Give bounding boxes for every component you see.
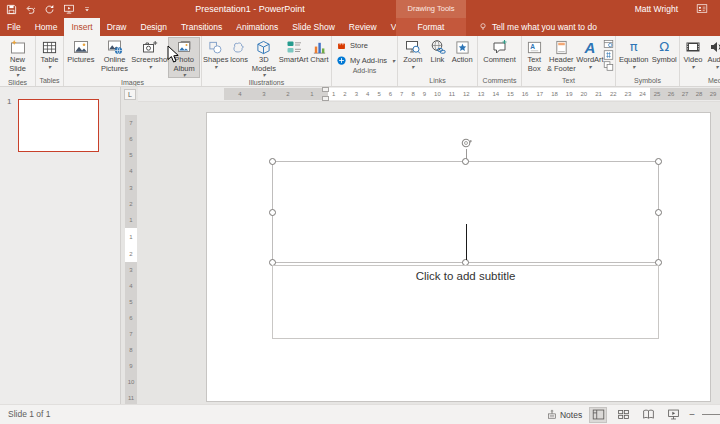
zoom-out-button[interactable]: − (689, 409, 695, 420)
horizontal-ruler[interactable]: 4321 12345678910111213141516171819202122… (138, 87, 720, 102)
ribbon-display-options-icon[interactable] (696, 3, 708, 14)
screenshot-icon (142, 39, 158, 55)
slide-thumbnail[interactable] (18, 99, 99, 152)
comment-icon (492, 39, 508, 55)
my-add-ins-button[interactable]: My Add-ins (336, 55, 393, 66)
lightbulb-icon (478, 21, 488, 33)
chart-button[interactable]: Chart (309, 37, 330, 78)
zoom-slider[interactable] (702, 414, 720, 415)
header-footer-button[interactable]: Header & Footer (546, 37, 577, 76)
ruler-number: 6 (129, 315, 132, 321)
shapes-button[interactable]: Shapes (203, 37, 228, 78)
tab-selector-button[interactable]: L (124, 89, 136, 100)
save-button[interactable] (6, 4, 17, 15)
customize-quick-access-toolbar-button[interactable] (83, 4, 91, 14)
pictures-button[interactable]: Pictures (65, 37, 97, 78)
title-bar: Presentation1 - PowerPoint Drawing Tools… (0, 0, 720, 18)
undo-button[interactable] (25, 4, 36, 15)
tab-animations[interactable]: Animations (229, 18, 285, 36)
ruler-number: 14 (492, 91, 499, 97)
slide-sorter-view-button[interactable] (614, 407, 632, 423)
insert-slide-number-button[interactable] (603, 50, 614, 60)
vertical-ruler[interactable]: 7654321 12 34567891011 (125, 115, 137, 406)
store-icon (336, 40, 347, 51)
comment-button[interactable]: Comment (479, 37, 520, 76)
insert-object-button[interactable] (603, 61, 614, 71)
ruler-number: 6 (389, 91, 392, 97)
tab-slide-show[interactable]: Slide Show (285, 18, 342, 36)
ruler-number: 4 (129, 168, 132, 174)
normal-view-button[interactable] (589, 407, 607, 423)
icons-button[interactable]: Icons (228, 37, 249, 78)
symbol-button[interactable]: Ω Symbol (650, 37, 678, 76)
wordart-button[interactable]: A WordArt (577, 37, 603, 76)
slide-show-view-button[interactable] (664, 407, 682, 423)
ribbon-group-media: Video Audio Media (680, 36, 720, 86)
store-button[interactable]: Store (336, 40, 393, 51)
ruler-number: 2 (343, 91, 346, 97)
ruler-right-margin: 2526272829 (650, 88, 720, 100)
ribbon-group-images: Pictures Online Pictures Screenshot Phot… (64, 36, 202, 86)
resize-handle-middle-left[interactable] (269, 209, 276, 216)
resize-handle-top-right[interactable] (655, 158, 662, 165)
notes-button[interactable]: Notes (547, 409, 582, 420)
pictures-icon (73, 39, 89, 55)
resize-handle-top-left[interactable] (269, 158, 276, 165)
audio-button[interactable]: Audio (705, 37, 720, 76)
editing-canvas: L 4321 123456789101112131415161718192021… (122, 87, 720, 404)
ruler-left-margin: 4321 (224, 88, 328, 100)
online-pictures-icon (107, 39, 123, 55)
ruler-bottom-margin: 34567891011 (125, 262, 137, 406)
zoom-button[interactable]: Zoom (399, 37, 427, 76)
tab-review[interactable]: Review (342, 18, 384, 36)
resize-handle-top-center[interactable] (462, 158, 469, 165)
equation-button[interactable]: π Equation (617, 37, 650, 76)
ruler-number: 11 (449, 91, 455, 97)
start-from-beginning-button[interactable] (63, 3, 75, 15)
resize-handle-middle-right[interactable] (655, 209, 662, 216)
rotation-handle[interactable] (460, 137, 472, 149)
smartart-button[interactable]: SmartArt (278, 37, 309, 78)
slide-canvas[interactable]: Click to add subtitle (206, 112, 711, 402)
ruler-body: 123456789101112131415161718192021222324 (328, 88, 650, 100)
ruler-number: 9 (423, 91, 426, 97)
insert-date-time-button[interactable] (603, 39, 614, 49)
3d-models-button[interactable]: 3D Models (250, 37, 279, 78)
tell-me-box[interactable]: Tell me what you want to do (478, 18, 597, 36)
tab-draw[interactable]: Draw (100, 18, 134, 36)
video-button[interactable]: Video (681, 37, 705, 76)
text-box-button[interactable]: A Text Box (523, 37, 546, 76)
table-button[interactable]: Table (37, 37, 62, 76)
online-pictures-button[interactable]: Online Pictures (97, 37, 133, 78)
tab-home[interactable]: Home (28, 18, 65, 36)
tab-transitions[interactable]: Transitions (174, 18, 229, 36)
dropdown-arrow-icon (149, 65, 152, 70)
subtitle-placeholder[interactable]: Click to add subtitle (272, 265, 659, 339)
photo-album-button[interactable]: Photo Album (168, 37, 200, 78)
left-indent-marker[interactable] (322, 96, 329, 101)
tab-insert[interactable]: Insert (64, 18, 99, 36)
photo-album-icon (176, 39, 192, 55)
ruler-number: 26 (668, 91, 675, 97)
first-line-indent-marker[interactable] (322, 87, 329, 92)
audio-icon (709, 39, 720, 55)
subtitle-prompt-text: Click to add subtitle (273, 270, 658, 282)
action-button[interactable]: Action (448, 37, 476, 76)
tab-design[interactable]: Design (134, 18, 174, 36)
ruler-number: 5 (377, 91, 380, 97)
tab-file[interactable]: File (0, 18, 28, 36)
symbol-icon: Ω (659, 39, 669, 55)
link-button[interactable]: Link (427, 37, 449, 76)
redo-button[interactable] (44, 4, 55, 15)
smartart-icon (286, 39, 302, 55)
slide-thumbnail-panel[interactable]: 1 (0, 87, 121, 404)
new-slide-button[interactable]: New Slide (1, 37, 34, 78)
ruler-number: 25 (654, 91, 661, 97)
tab-format[interactable]: Format (396, 18, 466, 36)
screenshot-button[interactable]: Screenshot (132, 37, 168, 78)
title-placeholder[interactable] (272, 161, 659, 263)
reading-view-button[interactable] (639, 407, 657, 423)
ruler-number: 3 (262, 91, 265, 97)
ribbon-group-symbols: π Equation Ω Symbol Symbols (616, 36, 680, 86)
user-name[interactable]: Matt Wright (635, 0, 678, 18)
